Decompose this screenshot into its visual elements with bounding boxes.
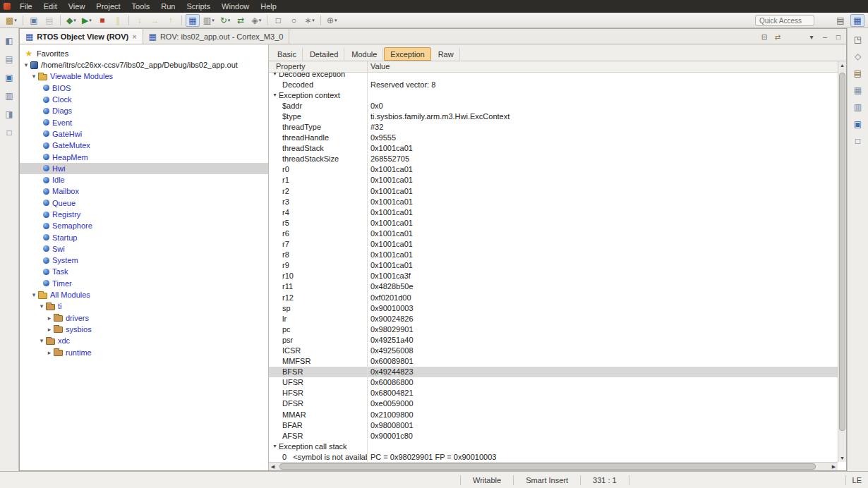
tree-item-all-modules[interactable]: ▾All Modules xyxy=(20,289,268,300)
table-row[interactable]: r110x4828b50e xyxy=(269,281,838,292)
tree-item-semaphore[interactable]: Semaphore xyxy=(20,220,268,231)
scroll-up-icon[interactable] xyxy=(838,61,846,69)
tree-item-gatemutex[interactable]: GateMutex xyxy=(20,140,268,151)
menu-item-file[interactable]: File xyxy=(14,0,38,13)
table-row[interactable]: r30x1001ca01 xyxy=(269,196,838,207)
table-row[interactable]: psr0x49251a40 xyxy=(269,334,838,345)
tree-item-bios[interactable]: BIOS xyxy=(20,83,268,94)
minimized-view-icon-3[interactable]: ▣ xyxy=(2,71,16,83)
favorites-header[interactable]: Favorites xyxy=(20,48,268,59)
terminate-icon[interactable]: ■ xyxy=(95,14,109,27)
menu-item-scripts[interactable]: Scripts xyxy=(181,0,216,13)
tree-expander-icon[interactable]: ▸ xyxy=(45,326,54,333)
detail-tab-exception[interactable]: Exception xyxy=(384,47,430,61)
tree-item-heapmem[interactable]: HeapMem xyxy=(20,151,268,162)
tree-item-diags[interactable]: Diags xyxy=(20,105,268,116)
tree-item-xdc[interactable]: ▾xdc xyxy=(20,335,268,346)
menu-item-run[interactable]: Run xyxy=(155,0,181,13)
tree-item-swi[interactable]: Swi xyxy=(20,243,268,255)
expander-icon[interactable]: ▾ xyxy=(271,92,279,98)
open-perspective-icon[interactable]: ▤ xyxy=(833,14,848,27)
table-row[interactable]: DFSR0xe0059000 xyxy=(269,398,838,409)
table-row[interactable]: r20x1001ca01 xyxy=(269,185,838,196)
restore-pane-icon[interactable]: ◳ xyxy=(851,33,865,45)
detail-tab-detailed[interactable]: Detailed xyxy=(303,47,344,61)
sync-icon[interactable]: ⇄ xyxy=(234,14,248,27)
close-icon[interactable] xyxy=(132,32,136,41)
minimized-view-icon-1[interactable]: ◧ xyxy=(2,35,16,47)
menu-item-tools[interactable]: Tools xyxy=(126,0,156,13)
minimized-view-icon-6[interactable]: □ xyxy=(2,126,16,138)
menu-item-help[interactable]: Help xyxy=(255,0,282,13)
memory-browser-icon[interactable]: □ xyxy=(271,14,285,27)
table-row[interactable]: MMFSR0x60089801 xyxy=(269,356,838,367)
run-icon[interactable]: ▶▾ xyxy=(80,14,94,27)
table-row[interactable]: r00x1001ca01 xyxy=(269,164,838,175)
tree-expander-icon[interactable]: ▾ xyxy=(37,303,46,310)
table-row[interactable]: DecodedReserved vector: 8 xyxy=(269,79,838,90)
editor-tab-rtos-object-view-rov[interactable]: ▦RTOS Object View (ROV) xyxy=(20,29,143,44)
link-icon[interactable]: ⊕▾ xyxy=(325,14,339,27)
tree-expander-icon[interactable]: ▸ xyxy=(45,349,54,356)
new-wizard-icon[interactable]: ▩▾ xyxy=(4,14,19,27)
tree-item-event[interactable]: Event xyxy=(20,116,268,128)
refresh-icon[interactable]: ↻▾ xyxy=(218,14,233,27)
column-header-property[interactable]: Property xyxy=(269,61,367,72)
minimized-view-icon-5[interactable]: ◨ xyxy=(2,108,16,120)
collapse-all-icon[interactable]: ⊟ xyxy=(759,31,770,42)
table-row[interactable]: r80x1001ca01 xyxy=(269,250,838,260)
tree-item-queue[interactable]: Queue xyxy=(20,197,268,209)
table-group-row[interactable]: ▾Exception context xyxy=(269,90,838,100)
table-row[interactable]: $typeti.sysbios.family.arm.m3.Hwi.ExcCon… xyxy=(269,111,838,121)
minimized-view-icon-9[interactable]: ▦ xyxy=(851,84,865,96)
minimized-view-icon-12[interactable]: □ xyxy=(851,135,865,147)
expander-icon[interactable]: ▾ xyxy=(271,73,279,77)
table-row[interactable]: r70x1001ca01 xyxy=(269,239,838,250)
tree-item-viewable-modules[interactable]: ▾Viewable Modules xyxy=(20,71,268,82)
table-row[interactable]: r10x1001ca01 xyxy=(269,175,838,185)
minimize-view-icon[interactable]: – xyxy=(819,31,831,42)
minimized-view-icon-7[interactable]: ◇ xyxy=(851,50,865,62)
tree-expander-icon[interactable]: ▾ xyxy=(22,61,30,68)
table-group-row[interactable]: ▾Exception call stack xyxy=(269,441,838,451)
tree-expander-icon[interactable]: ▾ xyxy=(30,73,38,80)
tree-item-home-itrs-cc26xx-ccsv7-i[interactable]: ▾/home/itrs/cc26xx-ccsv7/ibs02_app/Debug… xyxy=(20,59,268,71)
link-with-editor-icon[interactable]: ⇄ xyxy=(772,31,783,42)
table-row[interactable]: threadStackSize268552705 xyxy=(269,154,838,164)
tree-item-system[interactable]: System xyxy=(20,255,268,266)
expander-icon[interactable]: ▾ xyxy=(271,443,279,449)
table-row[interactable]: r120xf0201d00 xyxy=(269,292,838,303)
tree-expander-icon[interactable]: ▾ xyxy=(37,337,46,344)
tree-item-mailbox[interactable]: Mailbox xyxy=(20,185,268,197)
table-row[interactable]: threadStack0x1001ca01 xyxy=(269,143,838,154)
tree-item-ti[interactable]: ▾ti xyxy=(20,300,268,312)
tree-item-startup[interactable]: Startup xyxy=(20,231,268,243)
detail-tab-raw[interactable]: Raw xyxy=(432,47,460,61)
vertical-scroll-thumb[interactable] xyxy=(839,73,845,431)
tree-expander-icon[interactable]: ▸ xyxy=(45,315,54,322)
table-row[interactable]: BFSR0x49244823 xyxy=(269,367,838,377)
table-row[interactable]: AFSR0x90001c80 xyxy=(269,430,838,441)
table-row[interactable]: pc0x98029901 xyxy=(269,324,838,334)
detail-tab-basic[interactable]: Basic xyxy=(271,47,303,61)
table-row[interactable]: threadHandle0x9555 xyxy=(269,133,838,143)
tools-icon[interactable]: ◈▾ xyxy=(249,14,263,27)
scroll-down-icon[interactable] xyxy=(838,454,846,462)
table-row[interactable]: 0 <symbol is not availablePC = 0x9802990… xyxy=(269,451,838,462)
table-row[interactable]: MMAR0x21009800 xyxy=(269,409,838,420)
horizontal-scroll-thumb[interactable] xyxy=(279,463,816,470)
tree-item-task[interactable]: Task xyxy=(20,266,268,277)
tree-item-sysbios[interactable]: ▸sysbios xyxy=(20,324,268,335)
search-icon[interactable]: ○ xyxy=(287,14,301,27)
views-icon[interactable]: ▥▾ xyxy=(201,14,217,27)
detail-tab-module[interactable]: Module xyxy=(345,47,383,61)
minimized-view-icon-2[interactable]: ▤ xyxy=(2,53,16,65)
table-row[interactable]: ICSR0x49256008 xyxy=(269,345,838,355)
debug-icon[interactable]: ◆▾ xyxy=(64,14,78,27)
save-icon[interactable]: ▣ xyxy=(27,14,41,27)
tree-item-gatehwi[interactable]: GateHwi xyxy=(20,128,268,140)
table-row[interactable]: BFAR0x98008001 xyxy=(269,420,838,430)
table-row[interactable]: r90x1001ca01 xyxy=(269,260,838,271)
table-row[interactable]: r60x1001ca01 xyxy=(269,228,838,238)
table-group-row[interactable]: ▾Decoded exception xyxy=(269,73,838,79)
